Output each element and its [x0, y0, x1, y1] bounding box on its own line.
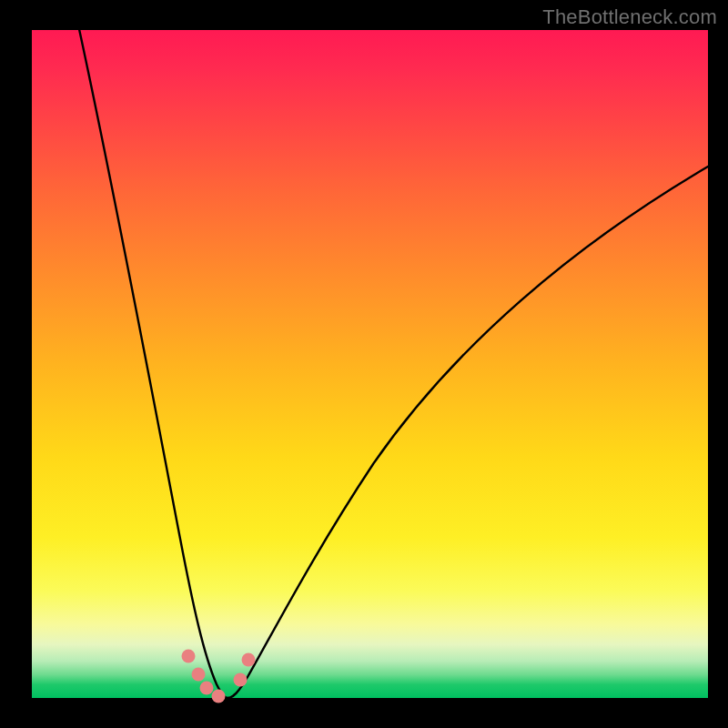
plot-area [32, 30, 708, 698]
watermark-text: TheBottleneck.com [542, 5, 717, 29]
chart-frame: TheBottleneck.com [0, 0, 728, 728]
